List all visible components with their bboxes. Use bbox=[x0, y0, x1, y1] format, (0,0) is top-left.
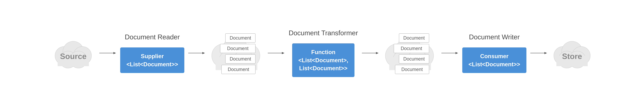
docs-cloud-right: Document Document Document Document bbox=[383, 29, 438, 77]
source-endpoint: Source bbox=[51, 33, 96, 73]
supplier-line2: <List<Document>> bbox=[126, 60, 178, 68]
svg-marker-17 bbox=[282, 52, 284, 54]
doc-card-2: Document bbox=[220, 44, 256, 53]
doc-card-3: Document bbox=[225, 54, 256, 64]
doc-card-r4: Document bbox=[395, 65, 429, 74]
right-doc-stack: Document Document Document Document bbox=[391, 33, 429, 74]
svg-marker-29 bbox=[544, 52, 547, 54]
supplier-line1: Supplier bbox=[126, 52, 178, 60]
source-label: Source bbox=[60, 52, 86, 61]
doc-writer-body: Consumer <List<Document>> bbox=[462, 47, 526, 73]
arrow-1 bbox=[99, 51, 116, 55]
doc-transformer-body: Function <List<Document>, List<Document>… bbox=[292, 43, 354, 77]
arrow-2 bbox=[188, 51, 205, 55]
doc-transformer-label: Document Transformer bbox=[289, 29, 358, 37]
function-line2: <List<Document>, bbox=[298, 56, 348, 64]
document-transformer-section: Document Transformer Function <List<Docu… bbox=[289, 29, 358, 77]
svg-marker-19 bbox=[376, 52, 378, 54]
svg-marker-7 bbox=[114, 52, 116, 54]
arrow-4 bbox=[362, 51, 379, 55]
supplier-box: Supplier <List<Document>> bbox=[120, 47, 184, 73]
doc-card-r3: Document bbox=[399, 54, 429, 64]
doc-writer-label: Document Writer bbox=[469, 33, 520, 41]
arrow-3 bbox=[268, 51, 285, 55]
store-cloud-shape: Store bbox=[551, 33, 593, 73]
store-label: Store bbox=[562, 52, 582, 61]
consumer-box: Consumer <List<Document>> bbox=[462, 47, 526, 73]
function-line3: List<Document>> bbox=[298, 64, 348, 72]
document-reader-section: Document Reader Supplier <List<Document>… bbox=[120, 33, 184, 73]
doc-card-r2: Document bbox=[394, 44, 429, 53]
doc-card-1: Document bbox=[225, 33, 256, 43]
consumer-line2: <List<Document>> bbox=[468, 60, 520, 68]
source-cloud-shape: Source bbox=[51, 33, 96, 73]
doc-reader-label: Document Reader bbox=[125, 33, 180, 41]
arrow-5 bbox=[442, 51, 458, 55]
svg-marker-27 bbox=[456, 52, 458, 54]
doc-card-r1: Document bbox=[399, 33, 429, 43]
svg-marker-9 bbox=[202, 52, 205, 54]
function-box: Function <List<Document>, List<Document>… bbox=[292, 43, 354, 77]
arrow-6 bbox=[530, 51, 547, 55]
doc-reader-body: Supplier <List<Document>> bbox=[120, 47, 184, 73]
function-line1: Function bbox=[298, 48, 348, 56]
diagram: Source Document Reader Supplier <List<Do… bbox=[0, 29, 644, 77]
consumer-line1: Consumer bbox=[468, 52, 520, 60]
document-writer-section: Document Writer Consumer <List<Document>… bbox=[462, 33, 526, 73]
doc-card-4: Document bbox=[221, 65, 256, 74]
left-doc-stack: Document Document Document Document bbox=[218, 33, 256, 74]
docs-cloud-left: Document Document Document Document bbox=[209, 29, 264, 77]
store-endpoint: Store bbox=[551, 33, 593, 73]
